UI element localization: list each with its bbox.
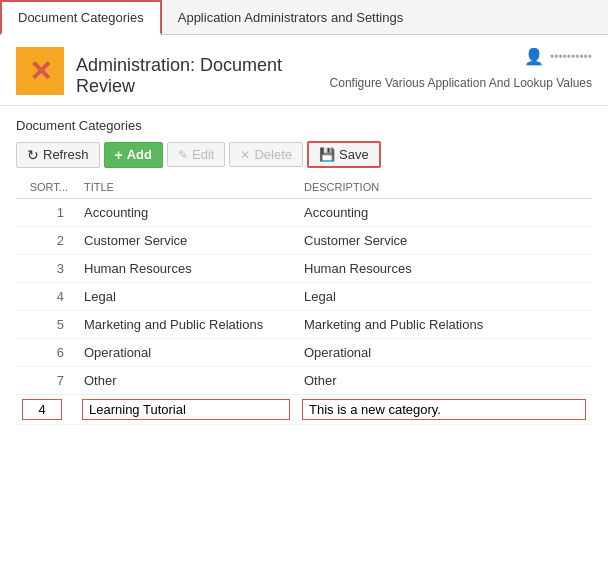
new-sort-input[interactable] xyxy=(22,399,62,420)
cell-sort: 5 xyxy=(16,311,76,339)
app-logo: ✕ xyxy=(16,47,64,95)
cell-description: Human Resources xyxy=(296,255,592,283)
refresh-icon: ↻ xyxy=(27,147,39,163)
table-row: 6 Operational Operational xyxy=(16,339,592,367)
tab-app-admin[interactable]: Application Administrators and Settings xyxy=(162,0,419,34)
cell-title: Marketing and Public Relations xyxy=(76,311,296,339)
add-button[interactable]: + Add xyxy=(104,142,163,168)
table-row: 4 Legal Legal xyxy=(16,283,592,311)
cell-description: Marketing and Public Relations xyxy=(296,311,592,339)
page-header: ✕ Administration: Document Review 👤 ••••… xyxy=(0,35,608,106)
header-title-block: Administration: Document Review xyxy=(76,47,330,97)
col-header-sort: SORT... xyxy=(16,176,76,199)
add-icon: + xyxy=(115,147,123,163)
table-row: 1 Accounting Accounting xyxy=(16,199,592,227)
cell-sort: 6 xyxy=(16,339,76,367)
refresh-button[interactable]: ↻ Refresh xyxy=(16,142,100,168)
page-title: Administration: Document Review xyxy=(76,55,330,97)
cell-title: Other xyxy=(76,367,296,395)
cell-sort: 4 xyxy=(16,283,76,311)
save-icon: 💾 xyxy=(319,147,335,162)
header-description: Configure Various Application And Lookup… xyxy=(330,76,592,90)
cell-sort: 2 xyxy=(16,227,76,255)
categories-table: SORT... TITLE DESCRIPTION 1 Accounting A… xyxy=(16,176,592,425)
save-button[interactable]: 💾 Save xyxy=(307,141,381,168)
delete-icon: ✕ xyxy=(240,148,250,162)
refresh-label: Refresh xyxy=(43,147,89,162)
user-name: •••••••••• xyxy=(550,50,592,64)
edit-icon: ✎ xyxy=(178,148,188,162)
new-title-input[interactable] xyxy=(82,399,290,420)
new-row-sort-cell xyxy=(16,395,76,425)
delete-button[interactable]: ✕ Delete xyxy=(229,142,303,167)
cell-title: Legal xyxy=(76,283,296,311)
cell-title: Human Resources xyxy=(76,255,296,283)
cell-title: Operational xyxy=(76,339,296,367)
cell-description: Customer Service xyxy=(296,227,592,255)
cell-description: Accounting xyxy=(296,199,592,227)
save-label: Save xyxy=(339,147,369,162)
user-icon: 👤 xyxy=(524,47,544,66)
edit-button[interactable]: ✎ Edit xyxy=(167,142,225,167)
table-row: 3 Human Resources Human Resources xyxy=(16,255,592,283)
add-label: Add xyxy=(127,147,152,162)
new-row-desc-cell xyxy=(296,395,592,425)
cell-description: Other xyxy=(296,367,592,395)
cell-title: Customer Service xyxy=(76,227,296,255)
tab-bar: Document Categories Application Administ… xyxy=(0,0,608,35)
table-row: 2 Customer Service Customer Service xyxy=(16,227,592,255)
cell-sort: 1 xyxy=(16,199,76,227)
col-header-title: TITLE xyxy=(76,176,296,199)
new-description-input[interactable] xyxy=(302,399,586,420)
edit-label: Edit xyxy=(192,147,214,162)
table-row: 5 Marketing and Public Relations Marketi… xyxy=(16,311,592,339)
section-title: Document Categories xyxy=(16,118,592,133)
tab-document-categories[interactable]: Document Categories xyxy=(0,0,162,35)
header-user-block: 👤 •••••••••• Configure Various Applicati… xyxy=(330,47,592,90)
cell-description: Operational xyxy=(296,339,592,367)
cell-description: Legal xyxy=(296,283,592,311)
delete-label: Delete xyxy=(254,147,292,162)
cell-sort: 3 xyxy=(16,255,76,283)
logo-x-icon: ✕ xyxy=(29,55,52,88)
main-content: Document Categories ↻ Refresh + Add ✎ Ed… xyxy=(0,106,608,437)
cell-title: Accounting xyxy=(76,199,296,227)
col-header-description: DESCRIPTION xyxy=(296,176,592,199)
table-row: 7 Other Other xyxy=(16,367,592,395)
table-row-new xyxy=(16,395,592,425)
cell-sort: 7 xyxy=(16,367,76,395)
toolbar: ↻ Refresh + Add ✎ Edit ✕ Delete 💾 Save xyxy=(16,141,592,168)
user-info: 👤 •••••••••• xyxy=(524,47,592,66)
new-row-title-cell xyxy=(76,395,296,425)
